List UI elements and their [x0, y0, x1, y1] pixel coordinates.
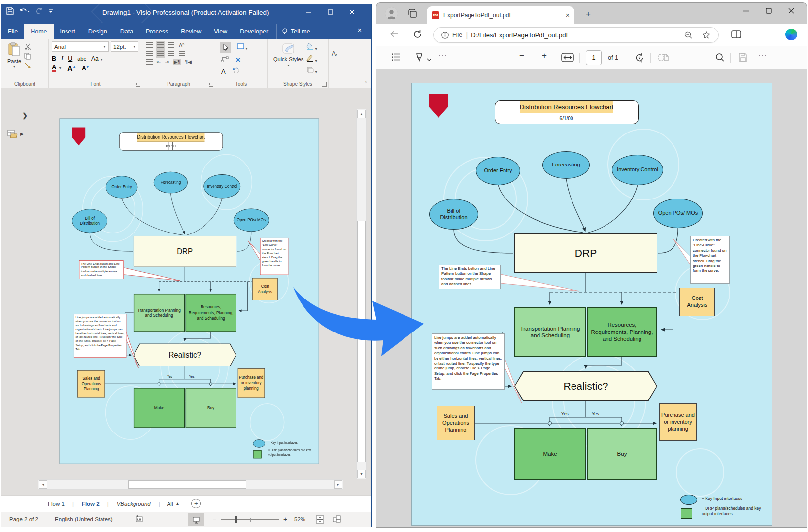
shapes-panel-expand-icon[interactable]: ❯ [22, 112, 28, 119]
pdf-zoom-out-icon[interactable]: − [519, 51, 524, 61]
page-indicator[interactable]: Page 2 of 2 [9, 516, 38, 522]
menu-tab-insert[interactable]: Insert [54, 24, 82, 39]
new-tab-icon[interactable]: + [586, 9, 591, 19]
menu-tab-view[interactable]: View [207, 24, 234, 39]
menu-tab-home[interactable]: Home [24, 24, 53, 39]
align-middle-icon[interactable] [157, 42, 164, 48]
shape-open-pos-mos[interactable]: Open POs/ MOs [234, 209, 269, 232]
scroll-right-icon[interactable]: ► [334, 480, 342, 489]
fill-color-icon[interactable]: ▼ [306, 43, 318, 52]
shape-resources[interactable]: Resources, Requirements, Planning, and S… [186, 294, 236, 332]
strikethrough-button[interactable]: abc [77, 56, 86, 62]
shape-cost-analysis[interactable]: Cost Analysis [252, 278, 278, 300]
decrease-indent-icon[interactable]: ⇤ [157, 59, 161, 65]
bold-button[interactable]: B [52, 55, 56, 62]
maximize-icon[interactable] [319, 4, 341, 19]
close-drawing-icon[interactable]: × [358, 26, 362, 34]
underline-button[interactable]: U [68, 55, 72, 62]
browser-tab[interactable]: PDF ExportPageToPdf_out.pdf × [427, 6, 574, 24]
redo-button[interactable] [35, 7, 43, 15]
zoom-out-button[interactable]: − [212, 516, 216, 524]
page-tab-flow-2[interactable]: Flow 2 [74, 501, 107, 507]
bullets-icon[interactable] [146, 59, 153, 65]
callout-line-ends[interactable]: The Line Ends button and Line Pattern bu… [79, 260, 124, 279]
grow-font-button[interactable]: A▲ [67, 65, 76, 72]
scroll-up-icon[interactable]: ▲ [357, 110, 366, 118]
shape-transportation[interactable]: Transportation Planning and Scheduling [134, 294, 185, 332]
macro-icon[interactable] [135, 515, 143, 524]
scroll-left-icon[interactable]: ◄ [39, 480, 47, 489]
font-family-select[interactable]: Arial▼ [52, 41, 109, 52]
menu-tab-design[interactable]: Design [82, 24, 114, 39]
ltr-icon[interactable]: ▶¶ [173, 59, 181, 65]
align-right-icon[interactable] [168, 51, 174, 56]
url-text[interactable]: D:/Files/ExportPageToPdf_out.pdf [471, 32, 568, 39]
edge-maximize-icon[interactable] [757, 3, 780, 19]
tab-tell-me[interactable]: Tell me... [276, 24, 320, 39]
change-case-button[interactable]: Aa ▼ [91, 55, 103, 62]
pdf-zoom-in-icon[interactable]: + [542, 51, 547, 61]
collapse-ribbon-icon[interactable]: ⌃ [364, 81, 368, 86]
format-painter-icon[interactable] [24, 62, 31, 69]
back-icon[interactable] [389, 30, 399, 40]
flowchart-title[interactable]: Distribution Resources Flowchart [137, 133, 204, 142]
shape-bill-of-distribution[interactable]: Bill of Distribution [72, 209, 107, 233]
pdf-more-icon[interactable]: ··· [758, 51, 767, 59]
shape-inventory-control[interactable]: Inventory Control [203, 174, 240, 198]
callout-line-jumps[interactable]: Line jumps are added automatically when … [74, 314, 127, 358]
shape-styles-dialog-launcher-icon[interactable] [322, 82, 327, 87]
rtl-icon[interactable]: ¶◀ [185, 59, 192, 65]
align-top-icon[interactable] [146, 42, 153, 48]
undo-button[interactable] [19, 8, 30, 15]
minimize-icon[interactable] [298, 4, 319, 19]
save-icon[interactable] [6, 7, 14, 15]
page-tab-vbackground[interactable]: VBackground [109, 501, 159, 507]
shape-buy[interactable]: Buy [186, 388, 236, 428]
pdf-save-icon[interactable] [739, 53, 747, 64]
shrink-font-button[interactable]: A▼ [82, 66, 89, 71]
shape-sales-ops[interactable]: Sales and Operations Planning [77, 370, 105, 398]
presentation-mode-icon[interactable] [188, 513, 204, 526]
horizontal-scrollbar[interactable]: ◄ ► [38, 479, 343, 490]
zoom-slider-thumb[interactable] [235, 516, 237, 523]
increase-indent-icon[interactable]: ⇥ [165, 59, 168, 65]
split-screen-icon[interactable] [731, 30, 741, 40]
cut-icon[interactable] [24, 43, 31, 50]
rotate-icon[interactable] [635, 53, 644, 65]
zoom-in-button[interactable]: + [283, 515, 287, 523]
banner-cell[interactable] [173, 142, 176, 150]
flowchart-date[interactable]: 6/1/00 [169, 142, 173, 150]
shape-effects-icon[interactable]: ▼ [306, 66, 318, 75]
paragraph-dialog-launcher-icon[interactable] [209, 82, 213, 87]
menu-tab-file[interactable]: File [1, 24, 24, 39]
justify-icon[interactable] [179, 51, 185, 56]
connector-tool-icon[interactable] [221, 55, 229, 64]
free-rotate-icon[interactable] [233, 67, 240, 76]
draw-pen-chevron-icon[interactable] [427, 55, 432, 64]
paste-button[interactable]: Paste ▼ [4, 41, 24, 69]
text-tool-icon[interactable]: A [221, 68, 226, 75]
fit-to-width-icon[interactable] [561, 53, 574, 64]
zoom-level[interactable]: 52% [294, 516, 305, 522]
pdf-search-icon[interactable] [715, 53, 725, 64]
shape-order-entry[interactable]: Order Entry [106, 176, 138, 198]
align-left-icon[interactable] [146, 51, 153, 56]
shape-make[interactable]: Make [134, 388, 185, 428]
edge-close-icon[interactable] [780, 3, 803, 19]
copy-icon[interactable] [24, 53, 31, 60]
pointer-tool-icon[interactable] [220, 42, 231, 53]
toc-icon[interactable] [391, 53, 401, 63]
copilot-icon[interactable] [785, 29, 797, 40]
menu-tab-process[interactable]: Process [139, 24, 174, 39]
align-bottom-icon[interactable] [168, 42, 174, 48]
font-color-button[interactable]: A [52, 64, 56, 72]
menu-tab-developer[interactable]: Developer [234, 24, 274, 39]
shape-realistic-decision[interactable]: Realistic? [134, 343, 236, 366]
italic-button[interactable]: I [61, 55, 63, 62]
scroll-down-icon[interactable]: ▼ [357, 470, 366, 478]
font-size-select[interactable]: 12pt.▼ [111, 41, 138, 52]
page-view-icon[interactable] [658, 53, 669, 64]
quick-styles-button[interactable]: Quick Styles ▼ [270, 41, 306, 75]
menu-tab-review[interactable]: Review [174, 24, 207, 39]
stencil-panel-icon[interactable]: ▶ [7, 130, 24, 138]
